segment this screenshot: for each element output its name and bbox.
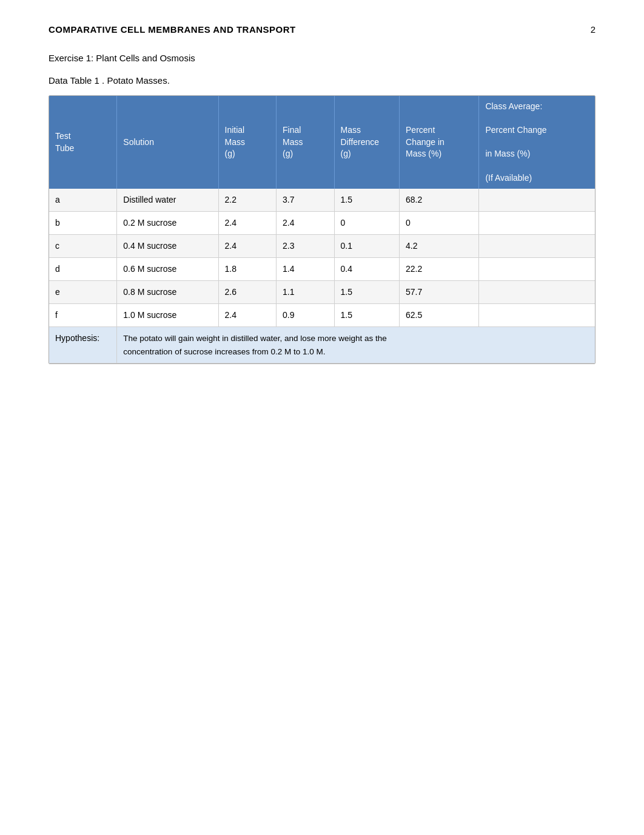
header-mass-difference: MassDifference(g)	[334, 96, 399, 189]
table-row: d 0.6 M sucrose 1.8 1.4 0.4 22.2	[49, 258, 595, 281]
table-row: e 0.8 M sucrose 2.6 1.1 1.5 57.7	[49, 281, 595, 304]
cell-mass-diff: 0.1	[334, 235, 399, 258]
cell-tube: e	[49, 281, 117, 304]
cell-initial-mass: 2.4	[218, 212, 277, 235]
cell-class-avg	[479, 212, 595, 235]
cell-final-mass: 3.7	[277, 189, 335, 212]
cell-initial-mass: 2.6	[218, 281, 277, 304]
header-solution: Solution	[117, 96, 218, 189]
data-table-label: Data Table 1 . Potato Masses.	[49, 75, 595, 86]
header-test-tube: TestTube	[49, 96, 117, 189]
cell-mass-diff: 1.5	[334, 189, 399, 212]
cell-solution: 0.8 M sucrose	[117, 281, 218, 304]
table-row: f 1.0 M sucrose 2.4 0.9 1.5 62.5	[49, 304, 595, 327]
cell-initial-mass: 2.4	[218, 304, 277, 327]
cell-tube: c	[49, 235, 117, 258]
cell-percent: 68.2	[400, 189, 479, 212]
cell-initial-mass: 1.8	[218, 258, 277, 281]
hypothesis-label: Hypothesis:	[49, 327, 117, 363]
cell-final-mass: 2.4	[277, 212, 335, 235]
header-initial-mass: InitialMass(g)	[218, 96, 277, 189]
cell-initial-mass: 2.2	[218, 189, 277, 212]
cell-final-mass: 1.1	[277, 281, 335, 304]
header-percent-change: PercentChange inMass (%)	[400, 96, 479, 189]
cell-mass-diff: 1.5	[334, 281, 399, 304]
cell-class-avg	[479, 281, 595, 304]
cell-solution: 0.2 M sucrose	[117, 212, 218, 235]
cell-percent: 4.2	[400, 235, 479, 258]
cell-mass-diff: 1.5	[334, 304, 399, 327]
cell-percent: 0	[400, 212, 479, 235]
cell-solution: Distilled water	[117, 189, 218, 212]
cell-solution: 0.4 M sucrose	[117, 235, 218, 258]
cell-tube: f	[49, 304, 117, 327]
cell-final-mass: 2.3	[277, 235, 335, 258]
table-row: a Distilled water 2.2 3.7 1.5 68.2	[49, 189, 595, 212]
table-row: c 0.4 M sucrose 2.4 2.3 0.1 4.2	[49, 235, 595, 258]
hypothesis-row: Hypothesis: The potato will gain weight …	[49, 327, 595, 363]
cell-class-avg	[479, 189, 595, 212]
data-table: TestTube Solution InitialMass(g) FinalMa…	[49, 95, 595, 364]
header-class-average: Class Average:Percent Changein Mass (%)(…	[479, 96, 595, 189]
page-number: 2	[591, 24, 595, 35]
cell-percent: 62.5	[400, 304, 479, 327]
cell-mass-diff: 0.4	[334, 258, 399, 281]
page-title: COMPARATIVE CELL MEMBRANES AND TRANSPORT	[49, 24, 296, 35]
cell-class-avg	[479, 235, 595, 258]
table-row: b 0.2 M sucrose 2.4 2.4 0 0	[49, 212, 595, 235]
cell-percent: 22.2	[400, 258, 479, 281]
cell-initial-mass: 2.4	[218, 235, 277, 258]
cell-tube: d	[49, 258, 117, 281]
cell-tube: a	[49, 189, 117, 212]
cell-tube: b	[49, 212, 117, 235]
cell-final-mass: 1.4	[277, 258, 335, 281]
cell-solution: 0.6 M sucrose	[117, 258, 218, 281]
cell-class-avg	[479, 304, 595, 327]
cell-solution: 1.0 M sucrose	[117, 304, 218, 327]
hypothesis-text: The potato will gain weight in distilled…	[117, 327, 595, 363]
cell-percent: 57.7	[400, 281, 479, 304]
exercise-title: Exercise 1: Plant Cells and Osmosis	[49, 53, 595, 63]
cell-final-mass: 0.9	[277, 304, 335, 327]
cell-class-avg	[479, 258, 595, 281]
cell-mass-diff: 0	[334, 212, 399, 235]
header-final-mass: FinalMass(g)	[277, 96, 335, 189]
